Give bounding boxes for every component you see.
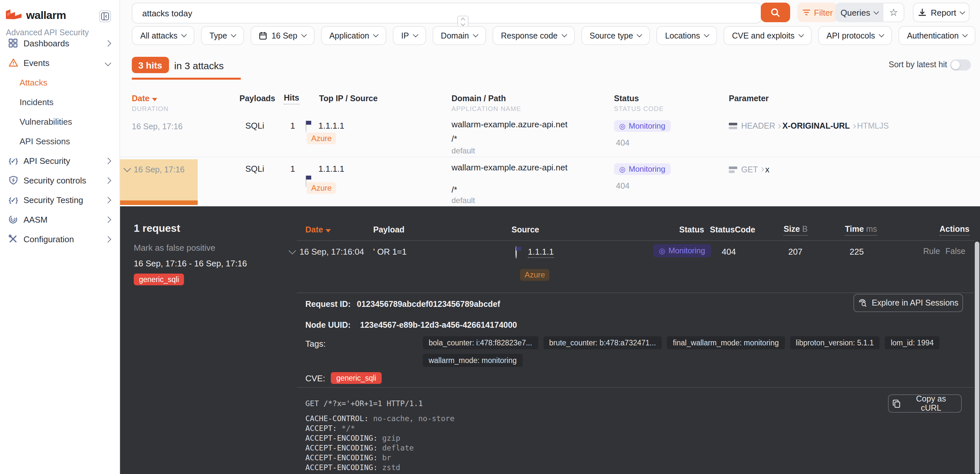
tags-row: bola_counter: i:478:f82823e7... brute_co… (423, 336, 940, 349)
sidebar-item-incidents[interactable]: Incidents (0, 92, 119, 112)
copy-as-curl-button[interactable]: Copy as cURL (888, 394, 962, 413)
filter-chip-row: All attacks Type 16 Sep Application IP D… (132, 26, 980, 45)
sidebar-item-label: API Sessions (19, 136, 70, 146)
request-time: 225 (842, 247, 871, 257)
attack-date: 16 Sep, 17:16 (134, 165, 185, 174)
collapse-sidebar-icon[interactable] (99, 10, 111, 22)
chip-type[interactable]: Type (201, 26, 244, 45)
tools-icon (8, 234, 18, 244)
favorite-star-button[interactable]: ☆ (883, 3, 904, 22)
warning-triangle-icon (8, 57, 18, 68)
attack-status-code: 404 (616, 139, 630, 148)
chevron-down-icon (181, 32, 187, 38)
scrollbar[interactable] (975, 242, 979, 474)
detail-column-actions[interactable]: Actions (940, 225, 970, 236)
column-header-hits[interactable]: Hits (284, 93, 299, 104)
sidebar-item-dashboards[interactable]: Dashboards (0, 33, 119, 53)
action-false-button[interactable]: False (945, 247, 965, 256)
chip-label: Domain (441, 31, 469, 40)
sidebar-item-events[interactable]: Events (0, 53, 119, 72)
request-id-value: 0123456789abcdef0123456789abcdef (357, 300, 500, 309)
http-header-line: ACCEPT: */* (305, 424, 455, 434)
attack-application: default (452, 146, 475, 155)
sidebar-item-api-security[interactable]: {✓} API Security (0, 151, 119, 171)
chevron-down-icon (959, 9, 965, 14)
requests-count: 1 request (134, 223, 180, 235)
chevron-down-icon (562, 32, 567, 38)
sort-desc-icon (326, 229, 331, 232)
sidebar-item-attacks[interactable]: Attacks (0, 72, 119, 92)
report-button[interactable]: Report (913, 3, 970, 22)
chip-all-attacks[interactable]: All attacks (132, 26, 194, 45)
detail-column-time[interactable]: Time ms (845, 225, 877, 236)
chip-locations[interactable]: Locations (657, 26, 717, 45)
action-rule-button[interactable]: Rule (923, 247, 940, 256)
http-header-line: ACCEPT-LANGUAGE: en (305, 473, 455, 474)
sidebar-item-vulnerabilities[interactable]: Vulnerabilities (0, 112, 119, 131)
detail-column-source: Source (512, 225, 539, 235)
sidebar: wallarm Advanced API Security Dashboards… (0, 0, 120, 474)
request-ip-link[interactable]: 1.1.1.1 (528, 247, 554, 258)
sidebar-item-api-sessions[interactable]: API Sessions (0, 131, 119, 151)
row-divider (119, 157, 980, 157)
sidebar-item-label: API Security (24, 156, 70, 166)
mark-false-positive-link[interactable]: Mark as false positive (134, 243, 215, 253)
chip-label: Authentication (907, 31, 958, 40)
chip-authentication[interactable]: Authentication (899, 26, 975, 45)
chip-label: Type (210, 31, 227, 40)
sort-toggle[interactable] (950, 59, 971, 70)
sidebar-nav: Dashboards Events Attacks Incidents Vuln… (0, 33, 119, 249)
shield-icon (8, 175, 18, 185)
http-header-line: ACCEPT-ENCODING: deflate (305, 443, 455, 453)
chip-application[interactable]: Application (321, 26, 386, 45)
queries-button[interactable]: Queries (835, 3, 883, 22)
tag-chip: bola_counter: i:478:f82823e7... (423, 336, 538, 349)
sidebar-item-label: Security Testing (24, 195, 83, 205)
copy-icon (892, 399, 900, 408)
filter-label: Filter (814, 8, 833, 17)
sidebar-item-security-controls[interactable]: Security controls (0, 171, 119, 190)
sidebar-item-configuration[interactable]: Configuration (0, 229, 119, 249)
monitoring-eye-icon: ◎ (619, 166, 625, 173)
detail-column-payload: Payload (373, 225, 404, 235)
download-icon (918, 8, 927, 17)
attack-application: default (452, 196, 475, 205)
expand-chevron-icon[interactable] (289, 247, 296, 255)
search-button[interactable] (761, 3, 790, 22)
chip-label: All attacks (140, 31, 177, 40)
chevron-down-icon (473, 32, 478, 38)
chip-ip[interactable]: IP (393, 26, 426, 45)
explore-api-sessions-button[interactable]: Explore in API Sessions (853, 294, 963, 312)
copy-button-label: Copy as cURL (905, 394, 957, 413)
attack-ip[interactable]: 1.1.1.1 (318, 121, 345, 131)
chip-date[interactable]: 16 Sep (251, 26, 314, 45)
detail-column-size[interactable]: Size B (784, 225, 808, 236)
http-header-line: CACHE-CONTROL: no-cache, no-store (305, 414, 455, 424)
column-header-date[interactable]: Date (132, 94, 157, 103)
chip-cve-exploits[interactable]: CVE and exploits (724, 26, 812, 45)
attack-ip[interactable]: 1.1.1.1 (318, 164, 345, 174)
request-payload: ' OR 1=1 (373, 247, 407, 257)
chip-api-protocols[interactable]: API protocols (818, 26, 892, 45)
search-input[interactable] (141, 3, 444, 23)
chevron-right-icon (105, 196, 111, 203)
search-box (132, 3, 761, 24)
cve-tag: generic_sqli (331, 372, 382, 384)
filter-button[interactable]: Filter (797, 3, 838, 22)
request-id-label: Request ID: (305, 300, 351, 309)
sort-by-latest-hit-label: Sort by latest hit (889, 60, 947, 69)
request-row[interactable]: 16 Sep, 17:16:04 ' OR 1=1 1.1.1.1 Azure … (119, 206, 980, 218)
chip-label: Response code (501, 31, 558, 40)
selected-row-accent-bar (119, 200, 198, 205)
chip-response-code[interactable]: Response code (493, 26, 575, 45)
chip-domain[interactable]: Domain (432, 26, 486, 45)
sidebar-item-security-testing[interactable]: {✓} Security Testing (0, 190, 119, 209)
http-request-line: GET /*?x='+OR+1=1 HTTP/1.1 (305, 399, 423, 408)
http-header-line: ACCEPT-ENCODING: zstd (305, 463, 455, 473)
detail-column-date[interactable]: Date (305, 225, 331, 235)
chip-source-type[interactable]: Source type (581, 26, 650, 45)
column-subheader-duration: DURATION (132, 105, 169, 112)
section-divider (297, 387, 974, 388)
sidebar-item-aasm[interactable]: AASM (0, 209, 119, 229)
chevron-down-icon (105, 59, 111, 66)
